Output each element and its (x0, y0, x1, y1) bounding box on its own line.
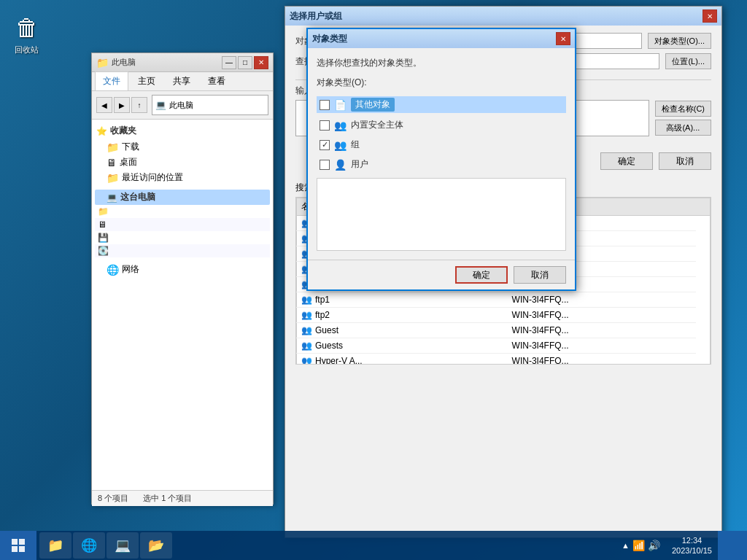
select-user-titlebar: 选择用户或组 ✕ (285, 7, 721, 26)
up-button[interactable]: ↑ (131, 97, 147, 113)
obj-type-icon-group: 👥 (334, 139, 347, 151)
result-name-cell: 👥Guests (297, 338, 508, 354)
sidebar-item-network[interactable]: 🌐 网络 (95, 262, 270, 277)
check-names-button[interactable]: 检查名称(C) (655, 101, 711, 117)
object-type-button[interactable]: 对象类型(O)... (648, 33, 711, 49)
tray-arrow-icon[interactable]: ▲ (622, 541, 630, 550)
close-button[interactable]: ✕ (254, 56, 268, 69)
obj-type-label-other: 其他对象 (351, 98, 395, 112)
obj-types-close-button[interactable]: ✕ (556, 32, 570, 45)
select-user-close-button[interactable]: ✕ (703, 9, 717, 23)
clock-date: 2023/10/15 (672, 545, 712, 556)
back-button[interactable]: ◀ (96, 97, 112, 113)
select-user-confirm-button[interactable]: 确定 (600, 152, 653, 170)
obj-types-confirm-button[interactable]: 确定 (455, 266, 508, 284)
advanced-button[interactable]: 高级(A)... (655, 120, 711, 136)
nav-buttons: ◀ ▶ ↑ (96, 97, 147, 113)
file-icon: 💾 (98, 233, 109, 243)
downloads-label: 下载 (122, 141, 139, 153)
obj-type-label-user: 用户 (351, 158, 368, 171)
taskbar-folder-btn[interactable]: 📂 (140, 532, 172, 559)
address-bar[interactable]: 💻 此电脑 (152, 95, 268, 115)
forward-button[interactable]: ▶ (114, 97, 130, 113)
list-item[interactable]: 🖥 (95, 218, 270, 231)
result-folder-cell: WIN-3I4FFQ... (508, 338, 696, 354)
windows-logo-icon (11, 538, 26, 553)
obj-type-row-builtin[interactable]: 👥 内置安全主体 (317, 117, 566, 133)
obj-type-checkbox-user[interactable] (320, 160, 330, 170)
object-types-dialog: 对象类型 ✕ 选择你想查找的对象类型。 对象类型(O): 📄 其他对象 👥 内置… (306, 28, 576, 291)
desktop-label: 桌面 (120, 156, 137, 168)
tab-view[interactable]: 查看 (200, 71, 233, 90)
minimize-button[interactable]: — (222, 56, 236, 69)
obj-type-checkbox-group[interactable] (320, 140, 330, 150)
obj-type-icon-other: 📄 (334, 99, 347, 111)
obj-types-title: 对象类型 (312, 33, 556, 45)
address-text: 此电脑 (169, 100, 193, 111)
list-item[interactable]: 💾 (95, 231, 270, 244)
table-row[interactable]: 👥ftp2WIN-3I4FFQ... (297, 308, 711, 323)
sidebar-item-desktop[interactable]: 🖥 桌面 (95, 155, 270, 170)
obj-type-icon-user: 👤 (334, 159, 347, 171)
sidebar-item-downloads[interactable]: 📁 下载 (95, 139, 270, 155)
list-item[interactable]: 💽 (95, 244, 270, 257)
taskbar-clock[interactable]: 12:34 2023/10/15 (666, 535, 718, 556)
taskbar-file-manager-btn[interactable]: 📁 (39, 532, 71, 559)
item-count: 8 个项目 (98, 493, 128, 504)
svg-rect-2 (12, 546, 18, 552)
table-row[interactable]: 👥Hyper-V A...WIN-3I4FFQ... (297, 354, 711, 365)
ribbon-tabs: 文件 主页 共享 查看 (92, 72, 273, 91)
file-icon: 💽 (98, 246, 109, 256)
sidebar-item-recent[interactable]: 📁 最近访问的位置 (95, 170, 270, 185)
file-icon: 📁 (98, 206, 109, 217)
start-button[interactable] (0, 531, 36, 560)
sidebar-section-thispc[interactable]: 💻 这台电脑 (95, 190, 270, 205)
obj-type-checkbox-other[interactable] (320, 100, 330, 110)
recycle-bin[interactable]: 🗑 回收站 (15, 15, 39, 55)
computer-icon: 💻 (107, 192, 117, 203)
table-row[interactable]: 👥GuestWIN-3I4FFQ... (297, 323, 711, 338)
tab-share[interactable]: 共享 (165, 71, 198, 90)
obj-types-empty-area (317, 178, 566, 251)
explorer-sidebar: ⭐ 收藏夹 📁 下载 🖥 桌面 📁 最近访问的位置 (92, 120, 273, 490)
file-explorer-title: 此电脑 (112, 57, 222, 68)
volume-tray-icon[interactable]: 🔊 (648, 540, 660, 551)
tab-home[interactable]: 主页 (130, 71, 163, 90)
favorites-label: 收藏夹 (110, 125, 136, 137)
taskbar-ie-btn[interactable]: 🌐 (73, 532, 105, 559)
desktop: 🗑 回收站 📁 此电脑 — □ ✕ 文件 主页 共享 查看 ◀ ▶ ↑ (0, 0, 747, 560)
obj-type-label-builtin: 内置安全主体 (351, 119, 403, 131)
select-user-cancel-button[interactable]: 取消 (659, 152, 711, 170)
network-tray-icon[interactable]: 📶 (632, 540, 645, 551)
table-row[interactable]: 👥ftp1WIN-3I4FFQ... (297, 292, 711, 308)
list-item[interactable]: 📁 (95, 205, 270, 218)
recent-label: 最近访问的位置 (122, 171, 183, 184)
obj-type-row-group[interactable]: 👥 组 (317, 137, 566, 152)
svg-rect-3 (19, 546, 25, 552)
obj-types-cancel-button[interactable]: 取消 (514, 266, 566, 284)
network-icon: 🌐 (107, 264, 119, 276)
obj-type-row-user[interactable]: 👤 用户 (317, 157, 566, 172)
result-folder-cell: WIN-3I4FFQ... (508, 323, 696, 338)
file-explorer-window: 📁 此电脑 — □ ✕ 文件 主页 共享 查看 ◀ ▶ ↑ 💻 此电脑 (91, 52, 274, 505)
svg-rect-0 (12, 539, 18, 545)
explorer-content: ⭐ 收藏夹 📁 下载 🖥 桌面 📁 最近访问的位置 (92, 120, 273, 490)
result-name-cell: 👥Guest (297, 323, 508, 338)
obj-type-row-other[interactable]: 📄 其他对象 (317, 96, 566, 113)
recycle-bin-label: 回收站 (15, 44, 39, 55)
clock-time: 12:34 (672, 535, 712, 545)
svg-rect-1 (19, 539, 25, 545)
taskbar-buttons: 📁 🌐 💻 📂 (39, 532, 622, 559)
folder-icon: 📂 (148, 537, 164, 553)
obj-type-checkbox-builtin[interactable] (320, 120, 330, 131)
location-button[interactable]: 位置(L)... (665, 53, 711, 69)
recycle-bin-icon: 🗑 (15, 15, 39, 42)
tab-file[interactable]: 文件 (95, 71, 128, 90)
result-folder-cell: WIN-3I4FFQ... (508, 354, 696, 365)
maximize-button[interactable]: □ (238, 56, 252, 69)
file-manager-icon: 📁 (47, 537, 63, 553)
table-row[interactable]: 👥GuestsWIN-3I4FFQ... (297, 338, 711, 354)
sidebar-section-favorites[interactable]: ⭐ 收藏夹 (95, 122, 270, 139)
show-desktop-button[interactable] (718, 531, 747, 560)
taskbar-terminal-btn[interactable]: 💻 (107, 532, 139, 559)
